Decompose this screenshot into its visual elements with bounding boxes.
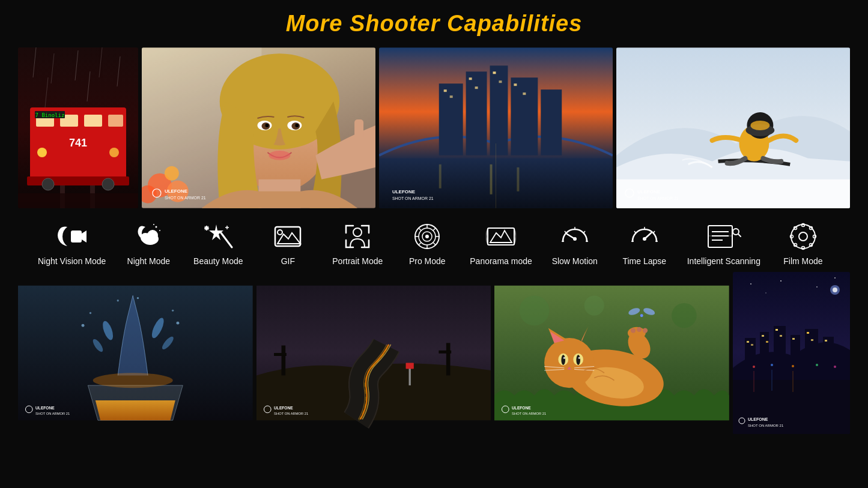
icon-panorama: Panorama mode — [470, 221, 532, 266]
svg-point-197 — [833, 288, 837, 292]
svg-point-180 — [628, 327, 646, 339]
slow-motion-label: Slow Motion — [552, 256, 598, 266]
icons-row: Night Vision Mode Night Mode — [18, 217, 850, 272]
svg-point-163 — [520, 295, 550, 325]
svg-rect-156 — [439, 351, 451, 354]
svg-point-215 — [753, 366, 755, 368]
svg-point-191 — [750, 283, 751, 285]
top-image-4: ULEFONE SHOT ON ARMOR 21 — [616, 47, 850, 208]
page-title: More Shooter Capabilities — [286, 11, 583, 37]
icon-pro-mode: Pro Mode — [400, 221, 454, 266]
svg-point-165 — [584, 295, 604, 315]
bottom-image-row: ULEFONE SHOT ON ARMOR 21 — [18, 272, 850, 434]
svg-point-144 — [176, 322, 179, 325]
svg-point-81 — [153, 224, 154, 225]
svg-point-78 — [147, 230, 158, 241]
svg-point-181 — [631, 328, 636, 333]
svg-rect-213 — [811, 339, 813, 341]
slow-motion-icon — [560, 221, 590, 252]
pro-mode-label: Pro Mode — [409, 256, 446, 266]
svg-rect-201 — [774, 326, 786, 368]
svg-rect-200 — [760, 332, 769, 368]
svg-point-39 — [269, 151, 290, 160]
night-mode-label: Night Mode — [127, 256, 171, 266]
svg-text:SHOT ON ARMOR 21: SHOT ON ARMOR 21 — [512, 412, 546, 415]
svg-rect-204 — [823, 337, 834, 368]
svg-point-10 — [37, 148, 47, 157]
page-wrapper: More Shooter Capabilities — [0, 0, 868, 488]
svg-point-193 — [816, 286, 818, 288]
svg-rect-212 — [807, 332, 809, 334]
svg-text:SHOT ON ARMOR 21: SHOT ON ARMOR 21 — [274, 412, 308, 415]
svg-point-216 — [771, 364, 773, 366]
panorama-mode-icon — [486, 221, 516, 252]
pro-mode-icon — [412, 221, 442, 252]
top-image-row: 7 Binoliz 741 — [18, 47, 850, 208]
svg-text:ULEFONE: ULEFONE — [35, 406, 55, 410]
svg-text:741: 741 — [69, 137, 87, 149]
icon-intelligent-scanning: Intelligent Scanning — [687, 221, 760, 266]
svg-text:ULEFONE: ULEFONE — [392, 189, 415, 194]
svg-rect-153 — [281, 346, 285, 376]
svg-point-79 — [156, 226, 157, 228]
svg-point-92 — [353, 228, 362, 236]
svg-rect-23 — [18, 193, 138, 208]
svg-text:ULEFONE: ULEFONE — [748, 417, 768, 421]
icon-night-vision: Night Vision Mode — [38, 221, 106, 266]
svg-point-218 — [816, 364, 818, 366]
svg-point-128 — [799, 232, 807, 241]
icon-beauty-mode: Beauty Mode — [191, 221, 245, 266]
svg-text:ULEFONE: ULEFONE — [274, 406, 293, 410]
time-lapse-icon — [630, 221, 660, 252]
svg-rect-208 — [766, 341, 768, 343]
svg-text:7 Binoliz: 7 Binoliz — [35, 112, 65, 118]
time-lapse-label: Time Lapse — [622, 256, 666, 266]
panorama-label: Panorama mode — [470, 256, 532, 266]
svg-point-171 — [562, 355, 566, 365]
svg-text:SHOT ON ARMOR 21: SHOT ON ARMOR 21 — [35, 412, 70, 415]
svg-point-37 — [265, 124, 269, 127]
bottom-image-2: ULEFONE SHOT ON ARMOR 21 — [256, 272, 491, 434]
svg-rect-60 — [439, 164, 442, 188]
svg-rect-53 — [475, 86, 478, 89]
svg-point-173 — [563, 357, 565, 359]
bottom-image-1: ULEFONE SHOT ON ARMOR 21 — [18, 272, 253, 434]
svg-point-104 — [425, 235, 429, 238]
svg-rect-57 — [523, 92, 526, 95]
svg-point-91 — [278, 230, 282, 235]
svg-point-195 — [765, 292, 766, 294]
svg-point-164 — [672, 303, 697, 328]
svg-point-119 — [643, 237, 646, 241]
svg-point-71 — [750, 121, 769, 130]
svg-point-38 — [295, 124, 299, 127]
icon-time-lapse: Time Lapse — [618, 221, 672, 266]
svg-text:ULEFONE: ULEFONE — [512, 406, 531, 410]
icon-film-mode: Film Mode — [776, 221, 830, 266]
svg-text:ULEFONE: ULEFONE — [637, 189, 660, 194]
svg-rect-52 — [469, 77, 472, 80]
svg-point-22 — [102, 178, 114, 190]
portrait-label: Portrait Mode — [332, 256, 383, 266]
svg-rect-47 — [490, 65, 508, 155]
svg-point-148 — [93, 373, 173, 388]
svg-rect-55 — [499, 80, 502, 83]
svg-rect-203 — [805, 329, 818, 368]
svg-line-82 — [221, 233, 232, 247]
svg-point-143 — [90, 312, 91, 314]
svg-point-168 — [544, 338, 594, 388]
icon-gif: GIF — [261, 221, 315, 266]
svg-point-145 — [172, 310, 174, 312]
svg-line-102 — [433, 228, 436, 230]
svg-rect-49 — [541, 89, 562, 155]
svg-rect-154 — [274, 353, 287, 356]
svg-rect-205 — [747, 341, 749, 343]
svg-point-182 — [637, 327, 642, 332]
svg-rect-202 — [791, 335, 800, 368]
icon-portrait: Portrait Mode — [330, 221, 384, 266]
gif-label: GIF — [281, 256, 295, 266]
svg-rect-54 — [493, 71, 496, 74]
icon-night-mode: Night Mode — [121, 221, 175, 266]
svg-point-29 — [165, 166, 179, 181]
bottom-image-4: ULEFONE SHOT ON ARMOR 21 — [733, 272, 850, 434]
svg-rect-207 — [762, 335, 764, 337]
